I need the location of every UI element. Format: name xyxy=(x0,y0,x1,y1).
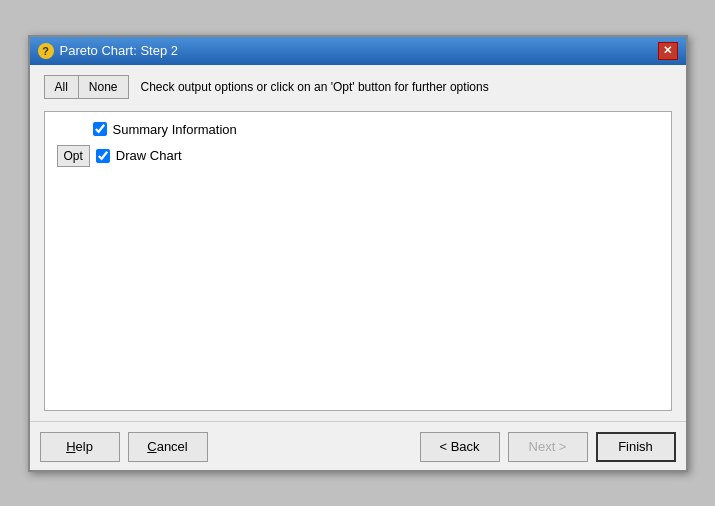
window-icon: ? xyxy=(38,43,54,59)
finish-button[interactable]: Finish xyxy=(596,432,676,462)
option-row-chart: Opt Draw Chart xyxy=(57,145,659,167)
bottom-bar: Help Cancel < Back Next > Finish xyxy=(30,421,686,470)
bottom-right-buttons: < Back Next > Finish xyxy=(420,432,676,462)
cancel-label: ancel xyxy=(157,439,188,454)
chart-checkbox[interactable] xyxy=(96,149,110,163)
summary-checkbox-label[interactable]: Summary Information xyxy=(93,122,237,137)
options-area: Summary Information Opt Draw Chart xyxy=(44,111,672,411)
main-window: ? Pareto Chart: Step 2 ✕ All None Check … xyxy=(28,35,688,472)
all-button[interactable]: All xyxy=(44,75,78,99)
cancel-button[interactable]: Cancel xyxy=(128,432,208,462)
window-title: Pareto Chart: Step 2 xyxy=(60,43,179,58)
content-area: All None Check output options or click o… xyxy=(30,65,686,421)
title-bar: ? Pareto Chart: Step 2 ✕ xyxy=(30,37,686,65)
option-row-summary: Summary Information xyxy=(57,122,659,137)
top-bar: All None Check output options or click o… xyxy=(44,75,672,99)
chart-label: Draw Chart xyxy=(116,148,182,163)
bottom-left-buttons: Help Cancel xyxy=(40,432,208,462)
opt-button[interactable]: Opt xyxy=(57,145,90,167)
next-button[interactable]: Next > xyxy=(508,432,588,462)
back-button[interactable]: < Back xyxy=(420,432,500,462)
summary-label: Summary Information xyxy=(113,122,237,137)
title-bar-left: ? Pareto Chart: Step 2 xyxy=(38,43,179,59)
close-button[interactable]: ✕ xyxy=(658,42,678,60)
instruction-text: Check output options or click on an 'Opt… xyxy=(141,80,489,94)
help-label: elp xyxy=(76,439,93,454)
none-button[interactable]: None xyxy=(78,75,129,99)
chart-checkbox-label[interactable]: Draw Chart xyxy=(96,148,182,163)
summary-checkbox[interactable] xyxy=(93,122,107,136)
help-button[interactable]: Help xyxy=(40,432,120,462)
